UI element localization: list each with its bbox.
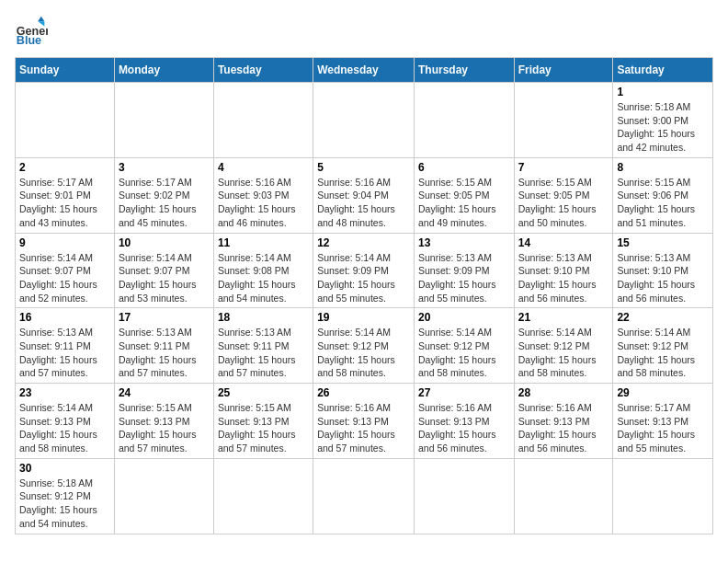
- cell-day-number: 19: [317, 311, 410, 324]
- cell-day-info: Sunrise: 5:18 AMSunset: 9:00 PMDaylight:…: [617, 100, 709, 155]
- day-header-sunday: Sunday: [16, 58, 115, 83]
- calendar-cell: 5Sunrise: 5:16 AMSunset: 9:04 PMDaylight…: [313, 157, 415, 233]
- calendar-week-row: 1Sunrise: 5:18 AMSunset: 9:00 PMDaylight…: [16, 83, 713, 158]
- cell-day-info: Sunrise: 5:16 AMSunset: 9:13 PMDaylight:…: [317, 401, 410, 455]
- calendar-week-row: 9Sunrise: 5:14 AMSunset: 9:07 PMDaylight…: [16, 233, 713, 308]
- calendar-cell: [313, 83, 415, 158]
- calendar-cell: 29Sunrise: 5:17 AMSunset: 9:13 PMDayligh…: [613, 384, 713, 459]
- cell-day-number: 25: [218, 386, 309, 399]
- calendar-cell: 4Sunrise: 5:16 AMSunset: 9:03 PMDaylight…: [213, 157, 313, 233]
- cell-day-info: Sunrise: 5:13 AMSunset: 9:11 PMDaylight:…: [119, 326, 210, 380]
- cell-day-info: Sunrise: 5:14 AMSunset: 9:13 PMDaylight:…: [19, 401, 110, 455]
- calendar-body: 1Sunrise: 5:18 AMSunset: 9:00 PMDaylight…: [16, 83, 713, 534]
- page-header: General Blue: [15, 15, 713, 48]
- calendar-cell: 21Sunrise: 5:14 AMSunset: 9:12 PMDayligh…: [514, 308, 613, 384]
- calendar-cell: 30Sunrise: 5:18 AMSunset: 9:12 PMDayligh…: [16, 458, 115, 534]
- day-header-friday: Friday: [514, 58, 613, 83]
- cell-day-number: 16: [19, 311, 110, 324]
- cell-day-number: 9: [19, 236, 110, 249]
- logo-icon: General Blue: [15, 15, 48, 48]
- calendar-cell: [213, 83, 313, 158]
- calendar-cell: [16, 83, 115, 158]
- cell-day-number: 24: [119, 386, 210, 399]
- cell-day-number: 14: [518, 236, 609, 249]
- cell-day-number: 12: [317, 236, 410, 249]
- calendar-cell: 10Sunrise: 5:14 AMSunset: 9:07 PMDayligh…: [114, 233, 213, 308]
- calendar-cell: 22Sunrise: 5:14 AMSunset: 9:12 PMDayligh…: [613, 308, 713, 384]
- cell-day-info: Sunrise: 5:15 AMSunset: 9:06 PMDaylight:…: [617, 176, 709, 230]
- calendar-cell: 2Sunrise: 5:17 AMSunset: 9:01 PMDaylight…: [16, 157, 115, 233]
- cell-day-number: 11: [218, 236, 309, 249]
- cell-day-number: 2: [19, 161, 110, 174]
- day-header-tuesday: Tuesday: [213, 58, 313, 83]
- cell-day-number: 29: [617, 386, 709, 399]
- calendar-cell: [114, 458, 213, 534]
- calendar-cell: 27Sunrise: 5:16 AMSunset: 9:13 PMDayligh…: [414, 384, 514, 459]
- calendar-week-row: 2Sunrise: 5:17 AMSunset: 9:01 PMDaylight…: [16, 157, 713, 233]
- calendar-cell: [313, 458, 415, 534]
- cell-day-info: Sunrise: 5:16 AMSunset: 9:04 PMDaylight:…: [317, 176, 410, 230]
- cell-day-info: Sunrise: 5:14 AMSunset: 9:12 PMDaylight:…: [418, 326, 510, 380]
- calendar-cell: 23Sunrise: 5:14 AMSunset: 9:13 PMDayligh…: [16, 384, 115, 459]
- calendar-cell: 20Sunrise: 5:14 AMSunset: 9:12 PMDayligh…: [414, 308, 514, 384]
- cell-day-number: 20: [418, 311, 510, 324]
- cell-day-info: Sunrise: 5:17 AMSunset: 9:01 PMDaylight:…: [19, 176, 110, 230]
- day-header-row: SundayMondayTuesdayWednesdayThursdayFrid…: [16, 58, 713, 83]
- cell-day-number: 13: [418, 236, 510, 249]
- calendar-cell: 14Sunrise: 5:13 AMSunset: 9:10 PMDayligh…: [514, 233, 613, 308]
- calendar-cell: 9Sunrise: 5:14 AMSunset: 9:07 PMDaylight…: [16, 233, 115, 308]
- calendar-cell: 25Sunrise: 5:15 AMSunset: 9:13 PMDayligh…: [213, 384, 313, 459]
- cell-day-info: Sunrise: 5:14 AMSunset: 9:07 PMDaylight:…: [119, 251, 210, 305]
- calendar-cell: [514, 83, 613, 158]
- calendar-header: SundayMondayTuesdayWednesdayThursdayFrid…: [16, 58, 713, 83]
- cell-day-info: Sunrise: 5:17 AMSunset: 9:02 PMDaylight:…: [119, 176, 210, 230]
- cell-day-number: 30: [19, 462, 110, 475]
- cell-day-number: 28: [518, 386, 609, 399]
- cell-day-info: Sunrise: 5:15 AMSunset: 9:05 PMDaylight:…: [418, 176, 510, 230]
- calendar-table: SundayMondayTuesdayWednesdayThursdayFrid…: [15, 57, 713, 534]
- cell-day-number: 4: [218, 161, 309, 174]
- cell-day-number: 27: [418, 386, 510, 399]
- calendar-cell: 1Sunrise: 5:18 AMSunset: 9:00 PMDaylight…: [613, 83, 713, 158]
- cell-day-number: 10: [119, 236, 210, 249]
- calendar-cell: 11Sunrise: 5:14 AMSunset: 9:08 PMDayligh…: [213, 233, 313, 308]
- cell-day-number: 8: [617, 161, 709, 174]
- cell-day-info: Sunrise: 5:16 AMSunset: 9:13 PMDaylight:…: [518, 401, 609, 455]
- calendar-cell: 28Sunrise: 5:16 AMSunset: 9:13 PMDayligh…: [514, 384, 613, 459]
- calendar-cell: 7Sunrise: 5:15 AMSunset: 9:05 PMDaylight…: [514, 157, 613, 233]
- calendar-cell: [613, 458, 713, 534]
- cell-day-info: Sunrise: 5:17 AMSunset: 9:13 PMDaylight:…: [617, 401, 709, 455]
- cell-day-info: Sunrise: 5:14 AMSunset: 9:12 PMDaylight:…: [617, 326, 709, 380]
- calendar-cell: 8Sunrise: 5:15 AMSunset: 9:06 PMDaylight…: [613, 157, 713, 233]
- cell-day-number: 21: [518, 311, 609, 324]
- calendar-week-row: 23Sunrise: 5:14 AMSunset: 9:13 PMDayligh…: [16, 384, 713, 459]
- cell-day-number: 15: [617, 236, 709, 249]
- calendar-cell: 3Sunrise: 5:17 AMSunset: 9:02 PMDaylight…: [114, 157, 213, 233]
- cell-day-info: Sunrise: 5:14 AMSunset: 9:08 PMDaylight:…: [218, 251, 309, 305]
- calendar-cell: 15Sunrise: 5:13 AMSunset: 9:10 PMDayligh…: [613, 233, 713, 308]
- calendar-cell: [414, 83, 514, 158]
- cell-day-info: Sunrise: 5:13 AMSunset: 9:11 PMDaylight:…: [19, 326, 110, 380]
- cell-day-info: Sunrise: 5:14 AMSunset: 9:12 PMDaylight:…: [518, 326, 609, 380]
- cell-day-number: 17: [119, 311, 210, 324]
- cell-day-number: 22: [617, 311, 709, 324]
- cell-day-number: 5: [317, 161, 410, 174]
- cell-day-info: Sunrise: 5:18 AMSunset: 9:12 PMDaylight:…: [19, 477, 110, 531]
- day-header-thursday: Thursday: [414, 58, 514, 83]
- cell-day-number: 18: [218, 311, 309, 324]
- calendar-cell: 16Sunrise: 5:13 AMSunset: 9:11 PMDayligh…: [16, 308, 115, 384]
- cell-day-info: Sunrise: 5:13 AMSunset: 9:10 PMDaylight:…: [518, 251, 609, 305]
- cell-day-info: Sunrise: 5:13 AMSunset: 9:11 PMDaylight:…: [218, 326, 309, 380]
- cell-day-info: Sunrise: 5:14 AMSunset: 9:09 PMDaylight:…: [317, 251, 410, 305]
- calendar-cell: [114, 83, 213, 158]
- calendar-week-row: 16Sunrise: 5:13 AMSunset: 9:11 PMDayligh…: [16, 308, 713, 384]
- cell-day-info: Sunrise: 5:15 AMSunset: 9:05 PMDaylight:…: [518, 176, 609, 230]
- calendar-cell: [213, 458, 313, 534]
- calendar-cell: 24Sunrise: 5:15 AMSunset: 9:13 PMDayligh…: [114, 384, 213, 459]
- day-header-wednesday: Wednesday: [313, 58, 415, 83]
- calendar-cell: [414, 458, 514, 534]
- cell-day-number: 1: [617, 86, 709, 98]
- svg-marker-1: [38, 17, 44, 21]
- svg-text:Blue: Blue: [17, 34, 41, 47]
- calendar-cell: 12Sunrise: 5:14 AMSunset: 9:09 PMDayligh…: [313, 233, 415, 308]
